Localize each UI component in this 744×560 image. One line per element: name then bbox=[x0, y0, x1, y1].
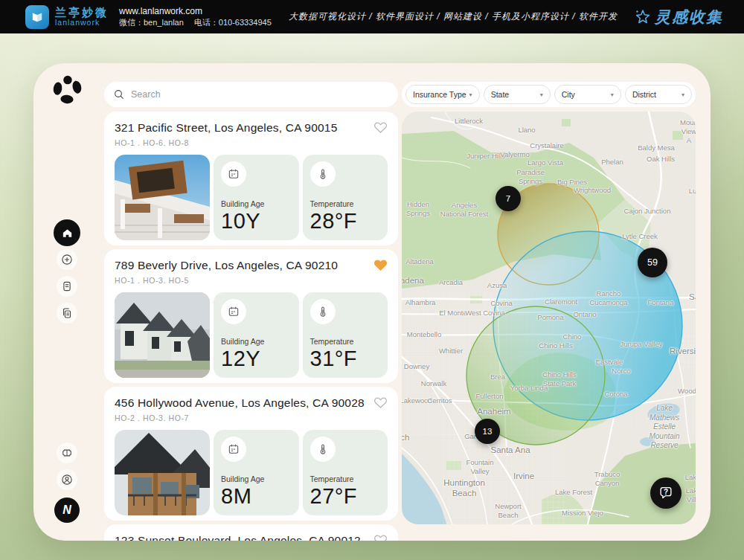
map-place-label: Moun View A bbox=[680, 118, 696, 145]
favorite-heart-button[interactable] bbox=[373, 396, 388, 409]
filter-city[interactable]: City ▾ bbox=[554, 85, 621, 104]
map-place-label: Largo Vista bbox=[527, 158, 563, 167]
property-address: 456 Hollywood Avenue, Los Angeles, CA 90… bbox=[115, 396, 365, 410]
search-input[interactable] bbox=[131, 89, 389, 100]
filter-insurance-type[interactable]: Insurance Type ▾ bbox=[405, 85, 480, 104]
map-place-label: Claremont bbox=[545, 297, 577, 306]
map-place-label: Arcadia bbox=[439, 278, 463, 287]
map-place-label: Lake Forest bbox=[555, 488, 592, 497]
brand-phone: 电话：010-63334945 bbox=[194, 18, 272, 27]
policy-tags: HO-1 . HO-3. HO-5 bbox=[115, 276, 388, 285]
map-place-label: El Monte bbox=[439, 309, 467, 318]
help-button[interactable]: ? bbox=[650, 477, 682, 509]
map-canvas[interactable]: LittlerockLlanoCrystalaireJuniper HillsV… bbox=[402, 112, 696, 524]
favorite-heart-button[interactable] bbox=[373, 259, 388, 271]
chevron-down-icon: ▾ bbox=[682, 91, 684, 98]
sidebar-item-documents[interactable] bbox=[57, 303, 77, 324]
filter-district[interactable]: District ▾ bbox=[625, 85, 692, 104]
filter-state[interactable]: State ▾ bbox=[484, 85, 551, 104]
search-icon bbox=[113, 88, 125, 100]
map-place-label: Woodcre bbox=[678, 387, 696, 396]
map-place-label: Cajon Junction bbox=[624, 207, 671, 216]
map-place-label: Downey bbox=[404, 362, 429, 371]
map-place-label: Huntington Beach bbox=[443, 477, 485, 499]
calendar-icon bbox=[228, 168, 240, 180]
map-place-label: Mission Viejo bbox=[562, 509, 603, 518]
chevron-down-icon: ▾ bbox=[469, 91, 472, 98]
sparkle-star-icon bbox=[634, 8, 652, 26]
map-place-label: Rancho Cucamonga bbox=[589, 289, 627, 307]
building-age-value: 10Y bbox=[221, 209, 292, 234]
map-place-label: Newport Beach bbox=[495, 502, 521, 520]
property-card[interactable]: 456 Hollywood Avenue, Los Angeles, CA 90… bbox=[104, 387, 398, 521]
thermometer-icon bbox=[317, 443, 329, 455]
map-place-label: Fontana bbox=[648, 298, 674, 307]
building-age-tile: Building Age 10Y bbox=[214, 155, 299, 240]
app-panel: N 321 Pacific Street, Los Angeles, CA 90… bbox=[33, 63, 711, 541]
map-place-label: Norco bbox=[612, 367, 630, 376]
map-place-label: Chino Hills bbox=[539, 341, 572, 350]
map-place-label: Lytle Creek bbox=[622, 232, 658, 241]
temperature-value: 27°F bbox=[310, 484, 381, 509]
copy-documents-icon bbox=[60, 306, 74, 320]
map-place-label: Juniper Hills bbox=[466, 152, 505, 161]
sidebar-item-notes[interactable] bbox=[57, 276, 77, 297]
n-logo-glyph: N bbox=[62, 503, 71, 517]
map-place-label: Paradise Springs bbox=[516, 168, 545, 186]
property-card-partial[interactable]: 123 Sunset Boulevard, Los Angeles, CA 90… bbox=[104, 524, 398, 541]
filter-label: City bbox=[562, 90, 575, 99]
building-age-label: Building Age bbox=[221, 199, 292, 208]
lanlanwork-logo bbox=[25, 5, 49, 29]
sidebar-item-add[interactable] bbox=[57, 249, 77, 270]
cluster-count-badge[interactable]: 7 bbox=[496, 186, 521, 211]
favorite-heart-button[interactable] bbox=[373, 121, 388, 134]
map-place-label: Eastvale bbox=[596, 358, 623, 367]
calendar-icon bbox=[228, 443, 240, 455]
map-place-label: West Covina bbox=[465, 309, 505, 318]
map-place-label: Norwalk bbox=[421, 379, 446, 388]
map-place-label: Phelan bbox=[601, 158, 623, 167]
collect-label: 灵感收集 bbox=[655, 7, 723, 28]
map-place-label: Ontario bbox=[573, 310, 596, 319]
map-place-label: Yorba Linda bbox=[510, 384, 548, 393]
map-place-label: Llano bbox=[518, 126, 535, 135]
sidebar-item-home[interactable] bbox=[54, 219, 80, 246]
sidebar-item-tickets[interactable] bbox=[57, 442, 77, 463]
map-place-label: Fullerton bbox=[476, 392, 504, 401]
map-place-label: Santa Ana bbox=[490, 445, 530, 455]
map-filter-bar: Insurance Type ▾ State ▾ City ▾ District… bbox=[402, 82, 696, 107]
brand-website: www.lanlanwork.com bbox=[119, 5, 282, 17]
map-place-label: Whittier bbox=[439, 347, 463, 355]
cluster-count-badge[interactable]: 13 bbox=[475, 419, 500, 444]
map-place-label: Corona bbox=[604, 390, 627, 399]
property-address: 123 Sunset Boulevard, Los Angeles, CA 90… bbox=[115, 534, 361, 541]
map-place-label: Crystalaire bbox=[530, 141, 563, 150]
property-address: 321 Pacific Street, Los Angeles, CA 9001… bbox=[115, 121, 337, 135]
property-card[interactable]: 789 Beverly Drive, Los Angeles, CA 90210… bbox=[104, 249, 398, 383]
chevron-down-icon: ▾ bbox=[540, 91, 543, 98]
map-place-label: Valyermo bbox=[500, 150, 529, 159]
cluster-count-badge[interactable]: 59 bbox=[638, 248, 667, 277]
favorite-heart-button[interactable] bbox=[373, 534, 388, 541]
page-background: 兰亭妙微 lanlanwork www.lanlanwork.com 微信：be… bbox=[0, 0, 744, 560]
sidebar-n-logo[interactable]: N bbox=[54, 498, 80, 523]
property-card[interactable]: 321 Pacific Street, Los Angeles, CA 9001… bbox=[104, 112, 398, 245]
map-place-label: Altadena bbox=[405, 257, 434, 266]
thermometer-icon bbox=[317, 168, 329, 180]
map-place-label: Pasadena bbox=[402, 275, 424, 286]
temperature-value: 31°F bbox=[310, 347, 381, 371]
map-place-label: Cerritos bbox=[427, 396, 452, 405]
filter-label: State bbox=[491, 90, 510, 99]
map-place-label: Chino bbox=[563, 332, 582, 341]
map-place-label: Irvine bbox=[513, 471, 534, 481]
map-place-label: Fountain Valley bbox=[466, 458, 494, 476]
map-labels: LittlerockLlanoCrystalaireJuniper HillsV… bbox=[402, 112, 696, 524]
map-place-label: Montebello bbox=[407, 330, 441, 339]
property-photo bbox=[115, 292, 210, 378]
temperature-label: Temperature bbox=[310, 474, 381, 483]
map-place-label: Chino Hills State Park bbox=[542, 370, 576, 388]
search-bar[interactable] bbox=[104, 82, 398, 107]
brand-name-en: lanlanwork bbox=[55, 19, 109, 27]
sidebar-item-profile[interactable] bbox=[57, 469, 77, 490]
chevron-down-icon: ▾ bbox=[611, 91, 614, 98]
